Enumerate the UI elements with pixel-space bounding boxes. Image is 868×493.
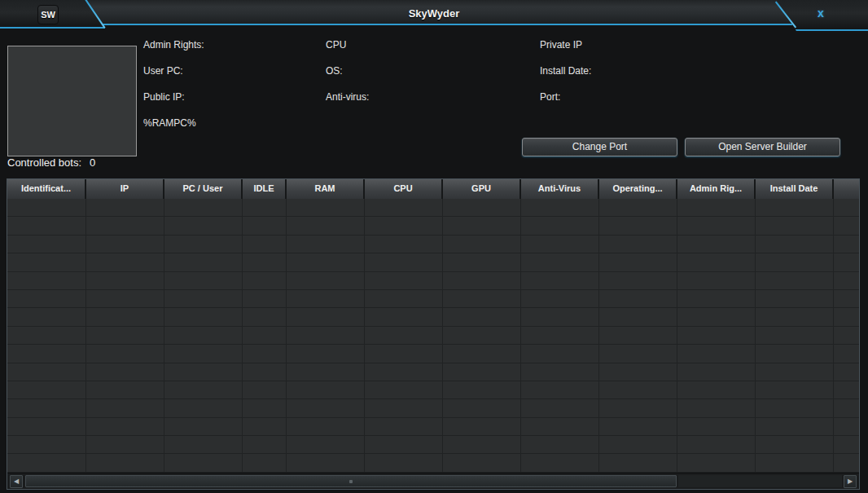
table-header-cell[interactable]: CPU xyxy=(365,179,443,199)
table-cell xyxy=(521,418,599,435)
table-cell xyxy=(365,253,443,271)
scroll-right-button[interactable]: ▶ xyxy=(844,475,857,488)
table-row[interactable] xyxy=(7,253,859,271)
label-rampc: %RAMPC% xyxy=(143,117,196,129)
table-cell xyxy=(677,235,756,253)
table-cell xyxy=(243,217,287,234)
table-cell xyxy=(599,381,677,398)
label-private-ip: Private IP xyxy=(540,39,582,51)
label-public-ip: Public IP: xyxy=(143,91,185,103)
table-header-cell[interactable]: Anti-Virus xyxy=(521,179,599,199)
table-cell xyxy=(7,381,86,398)
table-cell xyxy=(756,290,834,307)
table-cell xyxy=(599,454,677,471)
table-cell-filler xyxy=(834,345,859,362)
label-install-date: Install Date: xyxy=(540,65,591,77)
open-server-builder-button[interactable]: Open Server Builder xyxy=(685,138,840,156)
change-port-button[interactable]: Change Port xyxy=(522,138,677,156)
table-cell xyxy=(287,399,365,416)
controlled-bots-label: Controlled bots: xyxy=(7,156,81,169)
table-cell xyxy=(86,308,164,325)
table-header-cell[interactable]: Operating... xyxy=(599,179,677,199)
table-cell xyxy=(756,327,834,344)
table-cell xyxy=(443,418,521,435)
table-cell xyxy=(756,235,834,253)
table-row[interactable] xyxy=(7,399,859,417)
table-row[interactable] xyxy=(7,345,859,363)
table-cell xyxy=(677,363,756,381)
table-cell xyxy=(287,363,365,381)
table-cell xyxy=(365,381,443,398)
table-row[interactable] xyxy=(7,363,859,381)
scrollbar-thumb[interactable] xyxy=(25,475,677,487)
close-button[interactable]: x xyxy=(806,5,835,23)
table-row[interactable] xyxy=(7,454,859,472)
table-cell-filler xyxy=(834,454,859,471)
table-header-filler xyxy=(834,179,859,199)
table-cell xyxy=(756,399,834,416)
table-row[interactable] xyxy=(7,235,859,253)
table-header-cell[interactable]: Admin Rig... xyxy=(677,179,756,199)
app-logo-button[interactable]: SW xyxy=(37,5,59,24)
table-cell xyxy=(756,272,834,289)
table-cell xyxy=(86,436,164,453)
table-cell xyxy=(164,253,243,271)
table-row[interactable] xyxy=(7,272,859,290)
table-cell xyxy=(287,327,365,344)
table-cell xyxy=(756,308,834,325)
table-cell xyxy=(7,290,86,307)
table-cell xyxy=(521,381,599,398)
table-row[interactable] xyxy=(7,381,859,399)
table-cell xyxy=(287,345,365,362)
table-header-cell[interactable]: RAM xyxy=(287,179,365,199)
table-cell xyxy=(365,199,443,216)
table-cell xyxy=(164,327,243,344)
table-cell-filler xyxy=(834,308,859,325)
table-cell xyxy=(86,290,164,307)
table-header-cell[interactable]: Install Date xyxy=(756,179,834,199)
table-cell xyxy=(243,290,287,307)
table-cell xyxy=(756,217,834,234)
table-header-cell[interactable]: IDLE xyxy=(243,179,287,199)
table-cell-filler xyxy=(834,272,859,289)
table-cell xyxy=(7,363,86,381)
table-header-cell[interactable]: IP xyxy=(86,179,164,199)
table-cell xyxy=(243,345,287,362)
table-row[interactable] xyxy=(7,436,859,454)
table-cell xyxy=(365,290,443,307)
table-cell xyxy=(243,436,287,453)
table-row[interactable] xyxy=(7,327,859,345)
table-cell xyxy=(86,199,164,216)
scrollbar-track[interactable] xyxy=(678,475,842,487)
table-cell xyxy=(287,381,365,398)
table-cell xyxy=(365,308,443,325)
table-cell-filler xyxy=(834,327,859,344)
table-header-cell[interactable]: PC / User xyxy=(164,179,243,199)
table-cell xyxy=(287,217,365,234)
table-row[interactable] xyxy=(7,290,859,308)
table-row[interactable] xyxy=(7,308,859,326)
table-cell xyxy=(243,363,287,381)
table-cell xyxy=(86,363,164,381)
table-header-cell[interactable]: GPU xyxy=(443,179,521,199)
table-cell xyxy=(243,454,287,471)
scroll-left-button[interactable]: ◀ xyxy=(10,475,23,488)
table-cell xyxy=(7,327,86,344)
table-row[interactable] xyxy=(7,217,859,235)
table-cell xyxy=(443,253,521,271)
table-cell xyxy=(164,199,243,216)
table-row[interactable] xyxy=(7,418,859,436)
table-cell-filler xyxy=(834,418,859,435)
table-cell xyxy=(7,418,86,435)
table-cell xyxy=(86,345,164,362)
table-row[interactable] xyxy=(7,199,859,217)
table-cell xyxy=(677,436,756,453)
table-cell xyxy=(365,363,443,381)
table-cell xyxy=(599,199,677,216)
table-cell xyxy=(243,308,287,325)
table-cell xyxy=(521,399,599,416)
table-body xyxy=(7,199,859,473)
table-header-cell[interactable]: Identificat... xyxy=(7,179,86,199)
horizontal-scrollbar[interactable]: ◀ ▶ xyxy=(7,473,859,489)
table-cell xyxy=(7,345,86,362)
